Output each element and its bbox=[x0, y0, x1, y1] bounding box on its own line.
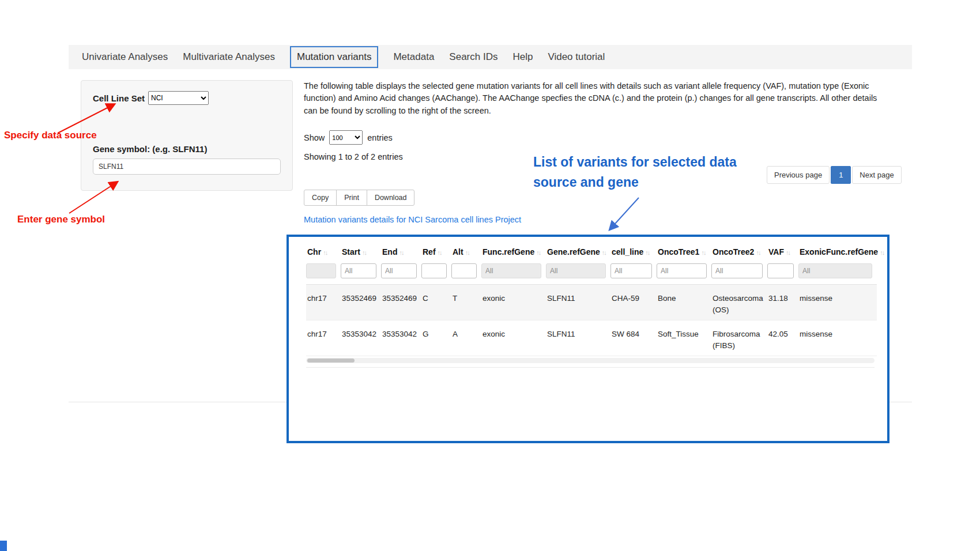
filter-cell bbox=[451, 262, 481, 285]
filter-input-exonicfunc-refgene[interactable] bbox=[798, 263, 872, 278]
sort-icon[interactable]: ↑↓ bbox=[701, 249, 705, 256]
sort-icon[interactable]: ↑↓ bbox=[645, 249, 649, 256]
table-cell: C bbox=[421, 285, 451, 320]
column-header-end[interactable]: End↑↓ bbox=[381, 244, 421, 262]
page-number-1[interactable]: 1 bbox=[831, 166, 851, 184]
filter-input-alt[interactable] bbox=[451, 263, 477, 278]
table-row: chr173535246935352469CTexonicSLFN11CHA-5… bbox=[306, 285, 877, 320]
sort-icon[interactable]: ↑↓ bbox=[399, 249, 403, 256]
table-cell: T bbox=[451, 285, 481, 320]
filter-cell bbox=[546, 262, 610, 285]
export-buttons: CopyPrintDownload bbox=[304, 190, 414, 206]
sort-icon[interactable]: ↑↓ bbox=[536, 249, 540, 256]
filter-input-chr[interactable] bbox=[306, 263, 336, 278]
column-label: ExonicFunc.refGene bbox=[800, 247, 878, 256]
column-header-start[interactable]: Start↑↓ bbox=[341, 244, 381, 262]
column-header-func-refgene[interactable]: Func.refGene↑↓ bbox=[481, 244, 546, 262]
filter-input-oncotree1[interactable] bbox=[657, 263, 707, 278]
filter-cell bbox=[798, 262, 877, 285]
entries-select[interactable]: 100 bbox=[329, 130, 363, 145]
copy-button[interactable]: Copy bbox=[304, 190, 337, 206]
filter-input-vaf[interactable] bbox=[767, 263, 794, 278]
sort-icon[interactable]: ↑↓ bbox=[756, 249, 760, 256]
tab-search-ids[interactable]: Search IDs bbox=[449, 51, 497, 63]
table-cell: exonic bbox=[481, 285, 546, 320]
table-title-link[interactable]: Mutation variants details for NCI Sarcom… bbox=[304, 215, 521, 224]
sort-icon[interactable]: ↑↓ bbox=[786, 249, 790, 256]
filter-input-ref[interactable] bbox=[421, 263, 447, 278]
column-header-alt[interactable]: Alt↑↓ bbox=[451, 244, 481, 262]
cell-line-set-row: Cell Line Set NCI bbox=[93, 91, 281, 105]
column-label: Func.refGene bbox=[483, 247, 534, 256]
table-cell: Osteosarcoma (OS) bbox=[711, 285, 767, 320]
sort-icon[interactable]: ↑↓ bbox=[362, 249, 366, 256]
filter-input-start[interactable] bbox=[341, 263, 376, 278]
show-entries-control: Show 100 entries bbox=[304, 130, 393, 145]
table-bottom-line bbox=[306, 367, 875, 368]
table-cell: SLFN11 bbox=[546, 285, 610, 320]
table-cell: A bbox=[451, 320, 481, 356]
previous-page-button[interactable]: Previous page bbox=[767, 166, 830, 184]
sort-icon[interactable]: ↑↓ bbox=[438, 249, 442, 256]
table-cell: exonic bbox=[481, 320, 546, 356]
sort-icon[interactable]: ↑↓ bbox=[602, 249, 606, 256]
column-label: Start bbox=[342, 247, 360, 256]
column-header-cell-line[interactable]: cell_line↑↓ bbox=[610, 244, 657, 262]
tab-univariate-analyses[interactable]: Univariate Analyses bbox=[82, 51, 168, 63]
variants-table-container: Chr↑↓Start↑↓End↑↓Ref↑↓Alt↑↓Func.refGene↑… bbox=[287, 235, 889, 443]
table-cell: Bone bbox=[657, 285, 711, 320]
column-header-chr[interactable]: Chr↑↓ bbox=[306, 244, 341, 262]
download-button[interactable]: Download bbox=[367, 190, 415, 206]
filter-cell bbox=[711, 262, 767, 285]
column-header-ref[interactable]: Ref↑↓ bbox=[421, 244, 451, 262]
annotation-specify-data-source: Specify data source bbox=[4, 130, 97, 141]
horizontal-scrollbar[interactable] bbox=[306, 358, 875, 363]
table-cell: 35353042 bbox=[381, 320, 421, 356]
column-label: VAF bbox=[768, 247, 784, 256]
filter-input-end[interactable] bbox=[381, 263, 417, 278]
tab-mutation-variants[interactable]: Mutation variants bbox=[290, 46, 378, 68]
arrow-variants-list bbox=[610, 198, 639, 229]
filter-input-gene-refgene[interactable] bbox=[546, 263, 606, 278]
table-cell: SW 684 bbox=[610, 320, 657, 356]
table-cell: G bbox=[421, 320, 451, 356]
variants-table: Chr↑↓Start↑↓End↑↓Ref↑↓Alt↑↓Func.refGene↑… bbox=[306, 244, 877, 356]
table-cell: 31.18 bbox=[767, 285, 798, 320]
sort-icon[interactable]: ↑↓ bbox=[323, 249, 327, 256]
column-header-vaf[interactable]: VAF↑↓ bbox=[767, 244, 798, 262]
table-cell: Fibrosarcoma (FIBS) bbox=[711, 320, 767, 356]
showing-info: Showing 1 to 2 of 2 entries bbox=[304, 152, 403, 161]
table-cell: 35352469 bbox=[381, 285, 421, 320]
column-label: OncoTree2 bbox=[713, 247, 754, 256]
table-cell: CHA-59 bbox=[610, 285, 657, 320]
filter-cell bbox=[381, 262, 421, 285]
filter-input-oncotree2[interactable] bbox=[711, 263, 763, 278]
filter-input-cell-line[interactable] bbox=[610, 263, 652, 278]
tab-video-tutorial[interactable]: Video tutorial bbox=[548, 51, 605, 63]
column-header-oncotree1[interactable]: OncoTree1↑↓ bbox=[657, 244, 711, 262]
table-cell: 35353042 bbox=[341, 320, 381, 356]
cell-line-set-select[interactable]: NCI bbox=[148, 91, 209, 105]
sort-icon[interactable]: ↑↓ bbox=[880, 249, 884, 256]
table-body: chr173535246935352469CTexonicSLFN11CHA-5… bbox=[306, 285, 877, 356]
scrollbar-thumb[interactable] bbox=[307, 358, 355, 363]
tab-multivariate-analyses[interactable]: Multivariate Analyses bbox=[183, 51, 275, 63]
gene-symbol-input[interactable] bbox=[93, 158, 281, 175]
annotation-enter-gene-symbol: Enter gene symbol bbox=[17, 214, 105, 225]
filter-input-func-refgene[interactable] bbox=[481, 263, 541, 278]
column-header-gene-refgene[interactable]: Gene.refGene↑↓ bbox=[546, 244, 610, 262]
filter-cell bbox=[657, 262, 711, 285]
tab-metadata[interactable]: Metadata bbox=[393, 51, 434, 63]
column-header-exonicfunc-refgene[interactable]: ExonicFunc.refGene↑↓ bbox=[798, 244, 877, 262]
sort-icon[interactable]: ↑↓ bbox=[465, 249, 469, 256]
next-page-button[interactable]: Next page bbox=[852, 166, 901, 184]
gene-symbol-label: Gene symbol: (e.g. SLFN11) bbox=[93, 144, 281, 154]
table-cell: SLFN11 bbox=[546, 320, 610, 356]
table-description: The following table displays the selecte… bbox=[304, 80, 880, 117]
tab-help[interactable]: Help bbox=[512, 51, 533, 63]
print-button[interactable]: Print bbox=[336, 190, 367, 206]
table-filter-row bbox=[306, 262, 877, 285]
column-label: OncoTree1 bbox=[658, 247, 699, 256]
column-header-oncotree2[interactable]: OncoTree2↑↓ bbox=[711, 244, 767, 262]
table-cell: missense bbox=[798, 285, 877, 320]
